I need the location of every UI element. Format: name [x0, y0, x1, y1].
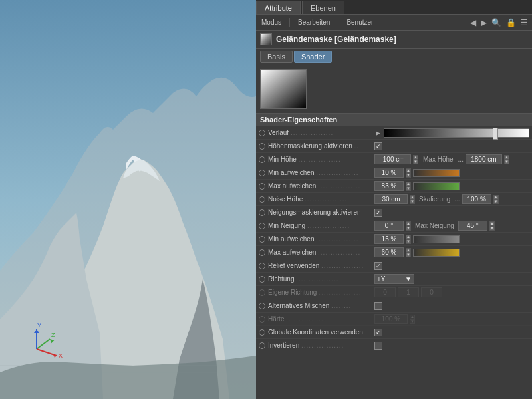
prop-relief: Relief verwenden .................: [256, 259, 532, 273]
min-hoehe-down[interactable]: ▼: [413, 160, 418, 164]
properties-scroll[interactable]: Shader-Eigenschaften Verlauf ...........…: [256, 114, 532, 399]
bearbeiten-button[interactable]: Bearbeiten: [295, 18, 332, 27]
invertieren-checkbox[interactable]: [374, 342, 382, 350]
noise-down[interactable]: ▼: [410, 200, 415, 204]
prop-invertieren: Invertieren .................: [256, 339, 532, 352]
min-hoehe-circle[interactable]: [259, 156, 265, 163]
min-aufweichen2-down[interactable]: ▼: [406, 239, 411, 244]
max-neigung-input[interactable]: [458, 221, 487, 231]
noise-up[interactable]: ▲: [410, 195, 415, 200]
min-aufweichen1-circle[interactable]: [259, 170, 265, 176]
haerte-value: ▲ ▼: [374, 314, 529, 324]
max-aufweichen2-spin[interactable]: ▲ ▼: [406, 248, 411, 257]
hoehenmaskierung-circle[interactable]: [259, 143, 265, 150]
min-aufweichen1-up[interactable]: ▲: [406, 168, 411, 173]
tab-basis[interactable]: Basis: [260, 51, 293, 63]
lock-icon[interactable]: 🔒: [505, 17, 517, 28]
noise-label: Noise Höhe .................: [268, 196, 374, 203]
max-aufweichen1-bar[interactable]: [413, 182, 460, 190]
richtung-circle[interactable]: [259, 276, 265, 283]
max-aufweichen2-up[interactable]: ▲: [406, 248, 411, 253]
tab-shader[interactable]: Shader: [294, 51, 332, 63]
tab-attribute[interactable]: Attribute: [256, 1, 301, 14]
tab-ebenen[interactable]: Ebenen: [302, 1, 344, 14]
max-neigung-spin[interactable]: ▲ ▼: [489, 221, 495, 231]
max-hoehe-spin[interactable]: ▲ ▼: [504, 155, 509, 164]
modus-button[interactable]: Modus: [259, 18, 284, 27]
min-neigung-up[interactable]: ▲: [406, 221, 411, 226]
max-hoehe-input[interactable]: [466, 154, 502, 164]
skalierung-up[interactable]: ▲: [493, 195, 499, 200]
min-neigung-circle[interactable]: [259, 223, 265, 229]
richtung-dropdown[interactable]: +Y ▼: [374, 274, 414, 284]
prop-globale-koordinaten: Globale Koordinaten verwenden: [256, 326, 532, 339]
noise-input[interactable]: [374, 194, 408, 204]
noise-spin[interactable]: ▲ ▼: [410, 195, 415, 204]
hoehenmaskierung-checkbox[interactable]: [374, 142, 382, 150]
gradient-bar[interactable]: [384, 128, 529, 138]
skalierung-input[interactable]: [462, 194, 491, 204]
max-hoehe-up[interactable]: ▲: [504, 155, 509, 160]
max-aufweichen1-down[interactable]: ▼: [406, 186, 411, 191]
prop-eigene-richtung: Eigene Richtung .................: [256, 286, 532, 299]
max-aufweichen2-input[interactable]: [374, 247, 404, 257]
min-hoehe-up[interactable]: ▲: [413, 155, 418, 160]
min-neigung-spin[interactable]: ▲ ▼: [406, 221, 411, 231]
max-aufweichen1-label: Max aufweichen .................: [268, 182, 374, 190]
richtung-value: +Y ▼: [374, 274, 529, 284]
max-aufweichen1-input[interactable]: [374, 181, 404, 191]
max-aufweichen1-value: ▲ ▼: [374, 181, 529, 191]
min-aufweichen2-spin[interactable]: ▲ ▼: [406, 235, 411, 244]
relief-circle[interactable]: [259, 263, 265, 269]
min-hoehe-input[interactable]: [374, 154, 411, 164]
max-aufweichen1-up[interactable]: ▲: [406, 182, 411, 186]
min-aufweichen2-input[interactable]: [374, 234, 404, 244]
search-icon[interactable]: 🔍: [490, 17, 503, 28]
relief-checkbox[interactable]: [374, 262, 382, 270]
min-aufweichen1-down[interactable]: ▼: [406, 173, 411, 178]
verlauf-arrow[interactable]: ▶: [374, 129, 382, 137]
max-aufweichen2-bar[interactable]: [413, 249, 460, 257]
prop-max-aufweichen1: Max aufweichen ................. ▲ ▼: [256, 180, 532, 193]
invertieren-circle[interactable]: [259, 342, 265, 349]
max-aufweichen2-circle[interactable]: [259, 249, 265, 256]
prop-min-aufweichen2: Min aufweichen ................. ▲ ▼: [256, 233, 532, 246]
min-aufweichen1-bar[interactable]: [413, 169, 460, 177]
svg-marker-6: [53, 354, 57, 358]
haerte-up: ▲: [410, 315, 415, 319]
max-aufweichen2-down[interactable]: ▼: [406, 253, 411, 257]
min-neigung-input[interactable]: [374, 221, 404, 231]
benutzer-button[interactable]: Benutzer: [344, 18, 376, 27]
gradient-handle[interactable]: [493, 128, 498, 140]
min-hoehe-spin[interactable]: ▲ ▼: [413, 155, 418, 164]
min-aufweichen1-spin[interactable]: ▲ ▼: [406, 168, 411, 178]
min-neigung-down[interactable]: ▼: [406, 226, 411, 231]
alternatives-circle[interactable]: [259, 303, 265, 309]
max-hoehe-down[interactable]: ▼: [504, 160, 509, 164]
alternatives-checkbox[interactable]: [374, 302, 382, 310]
svg-text:Y: Y: [37, 322, 41, 329]
svg-line-3: [37, 339, 50, 349]
max-aufweichen1-circle[interactable]: [259, 183, 265, 190]
sub-tab-bar: Basis Shader: [256, 49, 532, 65]
min-aufweichen2-circle[interactable]: [259, 236, 265, 243]
min-aufweichen2-up[interactable]: ▲: [406, 235, 411, 239]
neigungsmaskierung-circle[interactable]: [259, 209, 265, 216]
globale-checkbox[interactable]: [374, 329, 382, 336]
globale-circle[interactable]: [259, 329, 265, 336]
skalierung-down[interactable]: ▼: [493, 200, 499, 204]
min-aufweichen2-bar[interactable]: [413, 235, 460, 243]
globale-value: [374, 329, 529, 336]
menu-icon[interactable]: ☰: [519, 17, 529, 28]
min-aufweichen1-input[interactable]: [374, 168, 404, 178]
arrow-right-icon[interactable]: ▶: [479, 17, 488, 28]
max-neigung-up[interactable]: ▲: [489, 221, 495, 226]
properties-panel: Attribute Ebenen Modus Bearbeiten Benutz…: [256, 0, 532, 399]
max-aufweichen1-spin[interactable]: ▲ ▼: [406, 182, 411, 191]
verlauf-circle[interactable]: [259, 130, 265, 136]
arrow-left-icon[interactable]: ◀: [469, 17, 477, 28]
max-neigung-down[interactable]: ▼: [489, 226, 495, 231]
neigungsmaskierung-checkbox[interactable]: [374, 209, 382, 217]
skalierung-spin[interactable]: ▲ ▼: [493, 195, 499, 204]
noise-circle[interactable]: [259, 196, 265, 203]
